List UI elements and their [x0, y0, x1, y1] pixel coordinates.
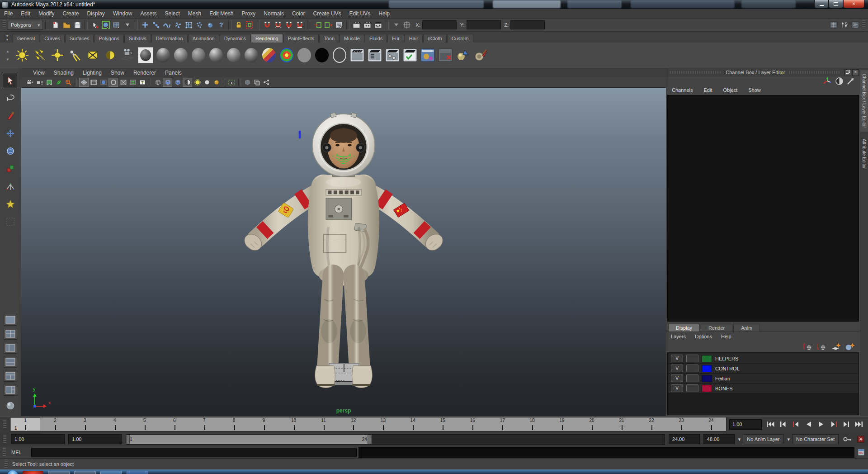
frame-cell[interactable]: 3	[70, 417, 100, 431]
isolate-select-icon[interactable]	[227, 78, 236, 86]
range-slider-grip[interactable]	[3, 435, 6, 444]
shelf-tab-deformation[interactable]: Deformation	[151, 34, 188, 43]
menu-create-uvs[interactable]: Create UVs	[309, 10, 345, 17]
lock-selection-icon[interactable]	[234, 20, 244, 30]
frame-cell[interactable]: 6	[160, 417, 189, 431]
frame-cell[interactable]: 2	[40, 417, 70, 431]
camera-name-label[interactable]: persp	[336, 408, 351, 414]
lasso-tool-button[interactable]	[3, 90, 18, 106]
layout-persp-uv-button[interactable]	[4, 384, 17, 396]
shelf-tab-rendering[interactable]: Rendering	[251, 34, 283, 43]
render-view-shelf-icon[interactable]	[420, 47, 436, 64]
panel-menu-show[interactable]: Show	[106, 70, 129, 76]
set-key-icon[interactable]	[842, 434, 852, 444]
maximize-button[interactable]	[829, 0, 843, 8]
layer-type-toggle[interactable]	[686, 365, 698, 372]
cb-edit-menu[interactable]: Edit	[698, 87, 717, 93]
resolution-gate-icon[interactable]	[99, 78, 108, 86]
status-divider[interactable]	[386, 20, 389, 30]
textured-display-icon[interactable]	[173, 78, 182, 86]
grid-toggle-icon[interactable]	[79, 78, 89, 87]
frame-cell[interactable]: 21	[607, 417, 637, 431]
layer-options-menu[interactable]: Options	[690, 334, 717, 339]
menu-window[interactable]: Window	[109, 10, 137, 17]
status-divider[interactable]	[257, 20, 260, 30]
shelf-tab-custom[interactable]: Custom	[447, 34, 473, 43]
tab-render[interactable]: Render	[701, 324, 732, 332]
exposure-nodes-icon[interactable]	[262, 78, 270, 86]
shelf-scroll-arrows[interactable]: ▴ ▾	[3, 49, 13, 62]
move-layer-up-button[interactable]	[802, 342, 812, 351]
menu-normals[interactable]: Normals	[259, 10, 288, 17]
shelf-tab-fur[interactable]: Fur	[387, 34, 404, 43]
select-joints-mask-icon[interactable]	[151, 20, 161, 30]
open-scene-icon[interactable]	[61, 20, 71, 30]
shelf-menu-arrows[interactable]: ▾ ▾	[2, 34, 13, 42]
highlight-selection-icon[interactable]	[245, 20, 255, 30]
surface-shader-icon[interactable]	[296, 47, 312, 64]
close-button[interactable]: ×	[843, 0, 864, 8]
range-slider-track[interactable]: 1 24	[126, 434, 665, 445]
menu-modify[interactable]: Modify	[34, 10, 58, 17]
selection-mode-dropdown[interactable]: Polygons ▾	[8, 20, 43, 30]
show-tool-settings-icon[interactable]	[840, 20, 849, 30]
snap-to-point-icon[interactable]	[284, 20, 294, 30]
camera-attributes-icon[interactable]	[35, 78, 44, 86]
sidebar-tab-channel-box[interactable]: Channel Box / Layer Editor	[860, 70, 868, 132]
construction-history-icon[interactable]	[334, 20, 344, 30]
x-input[interactable]	[422, 20, 457, 29]
layer-name[interactable]: BONES	[715, 386, 733, 391]
light-link-shelf-icon[interactable]	[455, 47, 471, 64]
shelf-tab-painteffects[interactable]: PaintEffects	[283, 34, 319, 43]
step-forward-frame-button[interactable]	[828, 419, 840, 429]
layout-single-pane-button[interactable]	[4, 314, 17, 326]
menu-assets[interactable]: Assets	[136, 10, 160, 17]
frame-cell[interactable]: 14	[398, 417, 428, 431]
panel-menu-view[interactable]: View	[28, 70, 49, 76]
taskbar-app-icon[interactable]	[23, 471, 43, 474]
anim-layer-value[interactable]: No Anim Layer	[743, 434, 783, 444]
shelf-tab-surfaces[interactable]: Surfaces	[65, 34, 94, 43]
use-all-lights-icon[interactable]	[183, 78, 192, 87]
range-end-handle[interactable]	[368, 435, 371, 444]
cb-show-menu[interactable]: Show	[743, 87, 766, 93]
select-surfaces-mask-icon[interactable]	[173, 20, 183, 30]
xray-joints-icon[interactable]	[252, 78, 261, 86]
step-back-key-button[interactable]	[777, 419, 789, 429]
layout-four-pane-button[interactable]	[4, 328, 17, 340]
frame-cell[interactable]: 16	[458, 417, 487, 431]
no-lights-icon[interactable]	[203, 78, 211, 86]
default-light-icon[interactable]	[193, 78, 202, 86]
frame-cell[interactable]: 17	[487, 417, 517, 431]
help-line-grip[interactable]	[5, 460, 8, 469]
new-scene-icon[interactable]	[51, 20, 61, 30]
layer-visibility-toggle[interactable]: V	[671, 355, 683, 362]
shelf-tab-ncloth[interactable]: nCloth	[423, 34, 447, 43]
field-chart-icon[interactable]	[119, 78, 127, 86]
frame-cell[interactable]: 23	[666, 417, 696, 431]
shelf-tab-hair[interactable]: Hair	[405, 34, 423, 43]
select-hierarchy-icon[interactable]	[90, 20, 100, 30]
sidebar-tab-attribute-editor[interactable]: Attribute Editor	[860, 135, 868, 172]
frame-cell[interactable]: 4	[100, 417, 130, 431]
image-plane-icon[interactable]	[54, 78, 63, 86]
toolbox-extra-icon[interactable]	[3, 398, 18, 413]
snap-to-curve-icon[interactable]	[273, 20, 283, 30]
layer-color-swatch[interactable]	[702, 375, 712, 382]
shelf-tab-general[interactable]: General	[13, 34, 39, 43]
move-layer-down-button[interactable]	[816, 342, 826, 351]
gate-mask-icon[interactable]	[108, 78, 118, 87]
close-panel-button[interactable]: ×	[852, 69, 859, 76]
use-background-icon[interactable]	[314, 47, 330, 64]
layer-row[interactable]: V Feitian	[668, 374, 859, 384]
character-set-value[interactable]: No Character Set	[792, 434, 839, 444]
soft-modification-button[interactable]	[3, 196, 18, 212]
output-connections-icon[interactable]	[323, 20, 333, 30]
two-d-pan-zoom-icon[interactable]	[64, 78, 72, 86]
shelf-tab-muscle[interactable]: Muscle	[340, 34, 364, 43]
drag-handle[interactable]	[670, 71, 722, 74]
current-time-field[interactable]: 1.00	[729, 419, 762, 430]
universal-manipulator-button[interactable]	[3, 179, 18, 194]
layered-shader-icon[interactable]	[243, 47, 259, 64]
show-attribute-editor-icon[interactable]	[850, 20, 860, 30]
